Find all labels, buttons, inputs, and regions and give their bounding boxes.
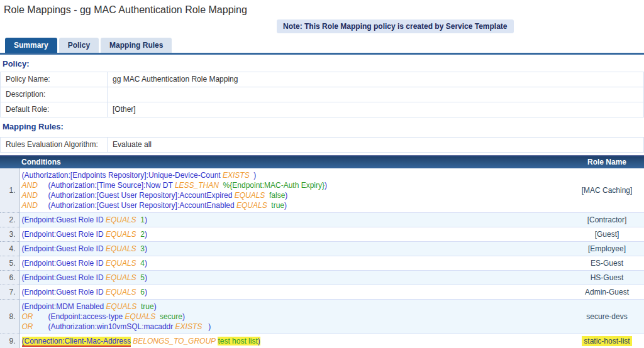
condition-attribute: ): [145, 273, 147, 282]
condition-operator: LESS_THAN: [175, 181, 219, 190]
condition-value: secure: [160, 312, 182, 321]
condition-space: [136, 302, 141, 311]
condition-attribute: ): [145, 244, 147, 253]
algorithm-row: Rules Evaluation Algorithm: Evaluate all: [1, 138, 644, 153]
condition-value: false: [269, 191, 285, 200]
policy-row: Default Role:[Other]: [1, 102, 644, 117]
condition-line: (Endpoint:Guest Role ID EQUALS 3): [22, 244, 568, 254]
condition-attribute: ): [154, 302, 157, 311]
condition-attribute: ): [202, 322, 211, 331]
condition-attribute: (Connection:Client-Mac-Address: [22, 337, 131, 347]
tab-summary[interactable]: Summary: [5, 38, 57, 53]
condition-logic-operator: OR: [22, 322, 48, 332]
mapping-rules-section-heading: Mapping Rules:: [3, 122, 644, 131]
role-name-text: static-host-list: [582, 336, 631, 346]
condition-line: AND(Authorization:[Guest User Repository…: [22, 200, 568, 210]
condition-attribute: ): [182, 312, 185, 321]
rule-row: 3.(Endpoint:Guest Role ID EQUALS 2)[Gues…: [0, 227, 644, 242]
rule-row: 6.(Endpoint:Guest Role ID EQUALS 5)HS-Gu…: [0, 271, 644, 285]
field-value: [108, 87, 644, 102]
rule-row: 2.(Endpoint:Guest Role ID EQUALS 1)[Cont…: [0, 213, 644, 227]
page-title: Role Mappings - gg MAC Authentication Ro…: [0, 0, 644, 16]
rule-number: 8.: [0, 300, 19, 334]
condition-operator: EQUALS: [106, 302, 137, 311]
rule-row: 9.(Connection:Client-Mac-Address BELONGS…: [0, 334, 644, 348]
rule-number: 5.: [0, 256, 19, 271]
condition-logic-operator: AND: [22, 180, 48, 190]
tab-policy[interactable]: Policy: [59, 38, 99, 53]
condition-value: 3: [140, 244, 145, 253]
tab-mapping-rules[interactable]: Mapping Rules: [101, 38, 172, 53]
conditions-column-header: Conditions: [19, 156, 570, 169]
number-column-header: [0, 156, 19, 169]
condition-operator: EXISTS: [175, 322, 203, 331]
condition-operator: EXISTS: [223, 171, 250, 180]
algorithm-label: Rules Evaluation Algorithm:: [1, 138, 108, 153]
field-label: Default Role:: [1, 102, 108, 117]
rule-number: 3.: [0, 227, 19, 242]
condition-operator: EQUALS: [106, 273, 136, 282]
field-label: Policy Name:: [1, 72, 108, 87]
rule-role-name: ES-Guest: [570, 256, 644, 271]
policy-section-heading: Policy:: [3, 59, 644, 68]
condition-attribute: ): [145, 288, 147, 296]
condition-attribute: (Endpoint:access-type: [48, 312, 125, 321]
rule-conditions: (Endpoint:Guest Role ID EQUALS 1): [19, 213, 570, 227]
role-name-text: [Guest]: [595, 230, 619, 239]
rule-number: 4.: [0, 242, 19, 256]
condition-logic-operator: AND: [22, 190, 48, 200]
rule-role-name: secure-devs: [570, 300, 644, 334]
rule-conditions: (Connection:Client-Mac-Address BELONGS_T…: [19, 334, 570, 348]
policy-row: Description:: [1, 87, 644, 102]
condition-attribute: (Endpoint:Guest Role ID: [22, 259, 106, 268]
role-name-text: Admin-Guest: [585, 288, 629, 296]
condition-attribute: (Endpoint:Guest Role ID: [22, 215, 106, 224]
condition-attribute: (Endpoint:Guest Role ID: [22, 273, 106, 282]
rule-conditions: (Endpoint:Guest Role ID EQUALS 3): [19, 242, 570, 256]
rule-role-name: [Guest]: [570, 227, 644, 242]
rule-role-name: [Employee]: [570, 242, 644, 256]
condition-attribute: (Authorization:[Time Source]:Now DT: [48, 181, 175, 190]
rule-number: 1.: [0, 168, 19, 213]
rules-header-row: Conditions Role Name: [0, 156, 644, 169]
condition-operator: EQUALS: [106, 244, 136, 253]
rule-conditions: (Authorization:[Endpoints Repository]:Un…: [19, 168, 570, 213]
condition-attribute: (Authorization:win10vmSQL:macaddr: [48, 322, 175, 331]
condition-attribute: ): [284, 201, 287, 210]
rule-row: 1.(Authorization:[Endpoints Repository]:…: [0, 168, 644, 213]
field-label: Description:: [1, 87, 108, 102]
condition-attribute: (Endpoint:Guest Role ID: [22, 288, 106, 296]
rule-role-name: [MAC Caching]: [570, 168, 644, 213]
rule-conditions: (Endpoint:Guest Role ID EQUALS 6): [19, 285, 570, 300]
rule-number: 2.: [0, 213, 19, 227]
field-value: gg MAC Authentication Role Mapping: [108, 72, 644, 87]
condition-value: 2: [140, 230, 145, 239]
condition-logic-operator: OR: [22, 312, 48, 322]
condition-space: [219, 181, 223, 190]
role-name-text: [Contractor]: [587, 215, 627, 224]
condition-line: AND(Authorization:[Guest User Repository…: [22, 190, 568, 200]
condition-space: [155, 312, 160, 321]
role-name-text: ES-Guest: [591, 259, 623, 268]
role-mapping-summary-page: Role Mappings - gg MAC Authentication Ro…: [0, 0, 644, 348]
role-name-text: secure-devs: [586, 312, 627, 321]
condition-operator: EQUALS: [106, 215, 136, 224]
service-template-note: Note: This Role Mapping policy is create…: [277, 19, 514, 33]
condition-value: 1: [140, 215, 145, 224]
condition-value: 4: [140, 259, 145, 268]
mapping-rules-table: Conditions Role Name 1.(Authorization:[E…: [0, 155, 644, 348]
policy-table: Policy Name:gg MAC Authentication Role M…: [0, 72, 644, 117]
policy-row: Policy Name:gg MAC Authentication Role M…: [1, 72, 644, 87]
condition-line: (Endpoint:Guest Role ID EQUALS 2): [22, 229, 568, 239]
rule-row: 4.(Endpoint:Guest Role ID EQUALS 3)[Empl…: [0, 242, 644, 256]
role-name-text: HS-Guest: [591, 273, 624, 282]
condition-attribute: ): [258, 337, 260, 345]
condition-line: (Endpoint:Guest Role ID EQUALS 6): [22, 287, 568, 297]
condition-line: (Endpoint:Guest Role ID EQUALS 5): [22, 273, 568, 283]
condition-operator: EQUALS: [106, 259, 136, 268]
condition-line: AND(Authorization:[Time Source]:Now DT L…: [22, 180, 568, 190]
condition-attribute: ): [325, 181, 327, 190]
rule-role-name: HS-Guest: [570, 271, 644, 285]
rule-number: 9.: [0, 334, 19, 348]
condition-value: true: [271, 201, 284, 210]
